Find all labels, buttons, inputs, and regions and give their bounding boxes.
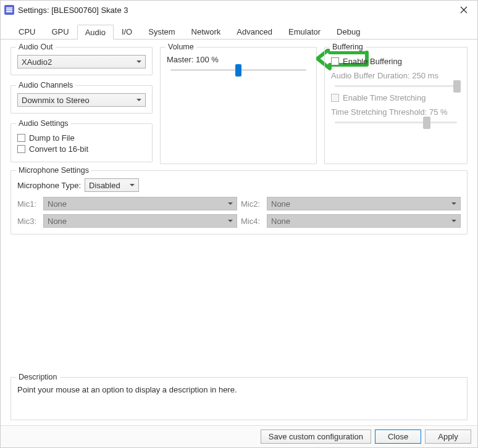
- tab-bar: CPU GPU Audio I/O System Network Advance…: [1, 19, 477, 39]
- audio-out-value: XAudio2: [22, 57, 52, 67]
- mic2-select: None: [267, 197, 461, 210]
- mic2-label: Mic2:: [241, 199, 263, 209]
- convert-16bit-row[interactable]: Convert to 16-bit: [17, 144, 146, 154]
- time-stretching-row: Enable Time Stretching: [331, 93, 461, 102]
- audio-channels-value: Downmix to Stereo: [22, 96, 90, 105]
- dump-to-file-label: Dump to File: [29, 133, 75, 143]
- tab-advanced[interactable]: Advanced: [229, 24, 280, 39]
- dump-to-file-checkbox[interactable]: [17, 134, 25, 142]
- window-title: Settings: [BLES00760] Skate 3: [18, 6, 450, 15]
- tab-emulator[interactable]: Emulator: [280, 24, 329, 39]
- volume-legend: Volume: [166, 43, 196, 51]
- tab-system[interactable]: System: [140, 24, 183, 39]
- microphone-type-label: Microphone Type:: [17, 181, 81, 190]
- buffering-legend: Buffering: [330, 43, 366, 51]
- mic3-select: None: [43, 214, 237, 228]
- microphone-group: Microphone Settings Microphone Type: Dis…: [10, 170, 468, 234]
- buffer-duration-label: Audio Buffer Duration: 250 ms: [331, 71, 461, 80]
- time-stretching-label: Enable Time Stretching: [343, 93, 426, 102]
- mic1-value: None: [48, 199, 67, 209]
- microphone-type-select[interactable]: Disabled: [85, 178, 139, 192]
- time-stretching-checkbox: [331, 94, 339, 102]
- buffer-duration-thumb: [453, 80, 461, 93]
- content-area: Audio Out XAudio2 Audio Channels Downmix…: [1, 39, 477, 425]
- app-icon: [4, 5, 14, 15]
- settings-window: Settings: [BLES00760] Skate 3 CPU GPU Au…: [0, 0, 478, 448]
- mic1-select: None: [43, 197, 237, 210]
- close-window-button[interactable]: [450, 1, 477, 19]
- mic1-label: Mic1:: [17, 199, 40, 209]
- audio-out-legend: Audio Out: [16, 43, 56, 51]
- description-text: Point your mouse at an option to display…: [17, 385, 461, 394]
- mic4-label: Mic4:: [241, 217, 263, 226]
- enable-buffering-checkbox[interactable]: [331, 57, 339, 65]
- description-group: Description Point your mouse at an optio…: [10, 377, 468, 420]
- tab-gpu[interactable]: GPU: [43, 24, 77, 39]
- master-volume-label: Master: 100 %: [167, 55, 310, 64]
- apply-button[interactable]: Apply: [425, 429, 471, 444]
- dump-to-file-row[interactable]: Dump to File: [17, 133, 146, 143]
- audio-channels-select[interactable]: Downmix to Stereo: [17, 93, 146, 107]
- close-icon: [460, 6, 468, 14]
- enable-buffering-label: Enable Buffering: [343, 57, 402, 66]
- master-volume-thumb[interactable]: [235, 64, 241, 77]
- audio-settings-group: Audio Settings Dump to File Convert to 1…: [10, 123, 153, 162]
- audio-channels-group: Audio Channels Downmix to Stereo: [10, 85, 153, 114]
- mic2-value: None: [271, 199, 290, 209]
- footer: Save custom configuration Close Apply: [1, 425, 477, 447]
- stretch-threshold-slider: [331, 122, 461, 123]
- microphone-legend: Microphone Settings: [16, 166, 91, 175]
- audio-settings-legend: Audio Settings: [16, 119, 71, 128]
- buffering-group: Buffering Enable Buffering Audio Buffer …: [324, 47, 468, 164]
- tab-debug[interactable]: Debug: [329, 24, 368, 39]
- volume-group: Volume Master: 100 %: [160, 47, 317, 164]
- tab-io[interactable]: I/O: [114, 24, 140, 39]
- convert-16bit-label: Convert to 16-bit: [29, 144, 88, 154]
- enable-buffering-row[interactable]: Enable Buffering: [331, 57, 461, 66]
- audio-out-group: Audio Out XAudio2: [10, 47, 153, 75]
- stretch-threshold-label: Time Stretching Threshold: 75 %: [331, 107, 461, 117]
- microphone-type-value: Disabled: [89, 181, 120, 190]
- mic4-value: None: [271, 217, 290, 226]
- tab-cpu[interactable]: CPU: [10, 24, 43, 39]
- close-button[interactable]: Close: [375, 429, 421, 444]
- tab-network[interactable]: Network: [183, 24, 229, 39]
- stretch-threshold-thumb: [423, 117, 430, 129]
- mic3-value: None: [48, 217, 67, 226]
- tab-audio[interactable]: Audio: [77, 25, 114, 39]
- titlebar: Settings: [BLES00760] Skate 3: [1, 1, 477, 19]
- description-legend: Description: [16, 373, 60, 381]
- audio-out-select[interactable]: XAudio2: [17, 55, 146, 68]
- master-volume-slider[interactable]: [167, 69, 310, 71]
- mic4-select: None: [267, 214, 461, 228]
- save-config-button[interactable]: Save custom configuration: [261, 429, 371, 444]
- mic3-label: Mic3:: [17, 217, 40, 226]
- audio-channels-legend: Audio Channels: [16, 81, 75, 89]
- convert-16bit-checkbox[interactable]: [17, 145, 25, 153]
- buffer-duration-slider: [331, 85, 461, 87]
